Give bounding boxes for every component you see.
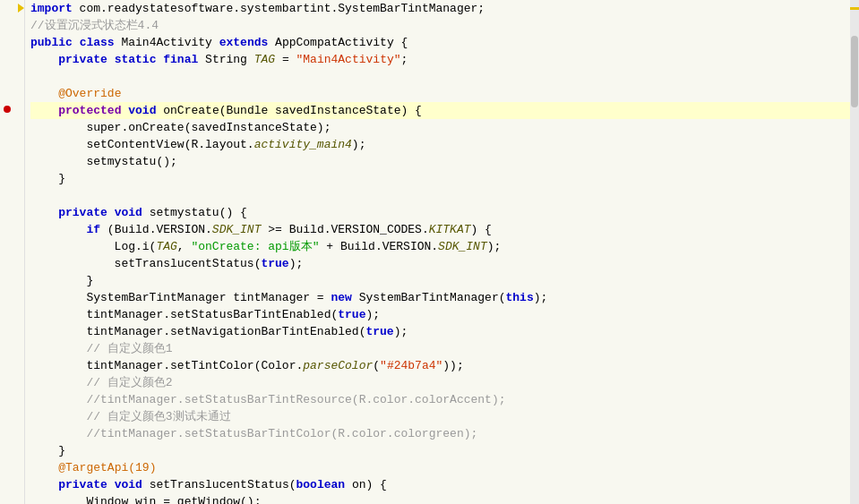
parsecolor: parseColor	[303, 357, 373, 374]
gutter-line-9	[0, 134, 24, 151]
code-line-8: super.onCreate(savedInstanceState);	[30, 119, 850, 136]
keyword-public: public	[30, 34, 73, 51]
keyword-private3: private	[58, 476, 107, 493]
code-line-6: @Override	[30, 85, 850, 102]
gutter-line-3	[0, 34, 24, 51]
code-line-2: //设置沉浸式状态栏4.4	[30, 17, 850, 34]
keyword-private2: private	[58, 204, 107, 221]
code-line-26: //tintManager.setStatusBarTintColor(R.co…	[30, 425, 850, 442]
gutter-line-1	[0, 0, 24, 17]
gutter-line-24	[0, 387, 24, 404]
gutter-line-19	[0, 303, 24, 320]
gutter-line-23	[0, 370, 24, 387]
log-string: "onCreate: api版本"	[191, 238, 319, 255]
color-hex: "#24b7a4"	[380, 357, 442, 374]
keyword-true: true	[261, 255, 288, 272]
gutter-line-16	[0, 252, 24, 269]
sdk-int2: SDK_INT	[438, 238, 487, 255]
gutter-line-10	[0, 151, 24, 168]
keyword-if: if	[86, 221, 100, 238]
code-line-18: SystemBarTintManager tintManager = new S…	[30, 289, 850, 306]
gutter-line-17	[0, 269, 24, 286]
code-line-21: // 自定义颜色1	[30, 340, 850, 357]
code-line-3: public class Main4Activity extends AppCo…	[30, 34, 850, 51]
code-line-9: setContentView(R.layout. activity_main4 …	[30, 136, 850, 153]
gutter-line-14	[0, 218, 24, 235]
gutter-line-22	[0, 353, 24, 370]
keyword-static: static	[115, 51, 157, 68]
gutter-line-29	[0, 470, 24, 487]
gutter-line-21	[0, 336, 24, 353]
keyword-final: final	[163, 51, 198, 68]
comment-color2: // 自定义颜色2	[30, 374, 173, 391]
gutter-line-28	[0, 454, 24, 471]
code-line-5	[30, 68, 850, 85]
comment-color1: // 自定义颜色1	[30, 340, 173, 357]
code-line-24: //tintManager.setStatusBarTintResource(R…	[30, 391, 850, 408]
code-line-1: import com.readystatesoftware.systembart…	[30, 0, 850, 17]
code-line-23: // 自定义颜色2	[30, 374, 850, 391]
keyword-private: private	[58, 51, 107, 68]
gutter-line-8	[0, 117, 24, 134]
code-line-10: setmystatu();	[30, 153, 850, 170]
code-line-15: Log.i( TAG , "onCreate: api版本" + Build.V…	[30, 238, 850, 255]
code-line-27: }	[30, 442, 850, 459]
gutter-line-27	[0, 437, 24, 454]
layout-name: activity_main4	[254, 136, 352, 153]
code-line-17: }	[30, 272, 850, 289]
gutter-line-4	[0, 50, 24, 67]
code-line-30: Window win = getWindow();	[30, 493, 850, 504]
keyword-protected: protected	[58, 102, 121, 119]
gutter-line-18	[0, 286, 24, 303]
code-line-4: private static final String TAG = "Main4…	[30, 51, 850, 68]
gutter-line-5	[0, 67, 24, 84]
gutter-line-11	[0, 168, 24, 185]
code-line-12	[30, 187, 850, 204]
annotation-targetapi: @TargetApi(19)	[58, 459, 156, 476]
scrollbar-vertical[interactable]	[850, 0, 859, 504]
keyword-new: new	[331, 289, 351, 306]
kitkat: KITKAT	[429, 221, 471, 238]
code-line-20: tintManager.setNavigationBarTintEnabled(…	[30, 323, 850, 340]
keyword-boolean: boolean	[296, 476, 346, 493]
keyword-class: class	[80, 34, 115, 51]
code-content[interactable]: import com.readystatesoftware.systembart…	[25, 0, 850, 504]
line-gutter	[0, 0, 25, 504]
gutter-line-2	[0, 17, 24, 34]
gutter-line-15	[0, 235, 24, 252]
editor: import com.readystatesoftware.systembart…	[0, 0, 859, 504]
scrollbar-thumb[interactable]	[851, 36, 858, 107]
tag-value: "Main4Activity"	[296, 51, 401, 68]
code-line-11: }	[30, 170, 850, 187]
gutter-line-26	[0, 420, 24, 437]
comment-setstatuscolor: //tintManager.setStatusBarTintColor(R.co…	[30, 425, 477, 442]
code-line-7: protected void onCreate(Bundle savedInst…	[30, 102, 850, 119]
keyword-true3: true	[365, 323, 393, 340]
keyword-import: import	[30, 0, 73, 17]
tag-var: TAG	[254, 51, 275, 68]
gutter-line-12	[0, 184, 24, 201]
code-line-14: if (Build.VERSION. SDK_INT >= Build.VERS…	[30, 221, 850, 238]
keyword-void: void	[128, 102, 156, 119]
comment-1: //设置沉浸式状态栏4.4	[30, 17, 159, 34]
comment-setstatusresource: //tintManager.setStatusBarTintResource(R…	[30, 391, 506, 408]
tag-ref: TAG	[156, 238, 176, 255]
code-line-28: @TargetApi(19)	[30, 459, 850, 476]
code-line-13: private void setmystatu() {	[30, 204, 850, 221]
sdk-int: SDK_INT	[212, 221, 262, 238]
keyword-extends: extends	[219, 34, 269, 51]
scrollbar-marker-1	[850, 7, 859, 10]
gutter-line-7	[0, 101, 24, 118]
code-line-16: setTranslucentStatus( true );	[30, 255, 850, 272]
code-line-19: tintManager.setStatusBarTintEnabled( tru…	[30, 306, 850, 323]
comment-color3: // 自定义颜色3测试未通过	[30, 408, 231, 425]
code-line-29: private void setTranslucentStatus( boole…	[30, 476, 850, 493]
keyword-true2: true	[338, 306, 365, 323]
annotation-override: @Override	[58, 85, 121, 102]
gutter-line-20	[0, 320, 24, 337]
keyword-void2: void	[115, 204, 142, 221]
gutter-line-25	[0, 403, 24, 420]
gutter-line-6	[0, 84, 24, 101]
code-line-25: // 自定义颜色3测试未通过	[30, 408, 850, 425]
gutter-line-13	[0, 201, 24, 218]
